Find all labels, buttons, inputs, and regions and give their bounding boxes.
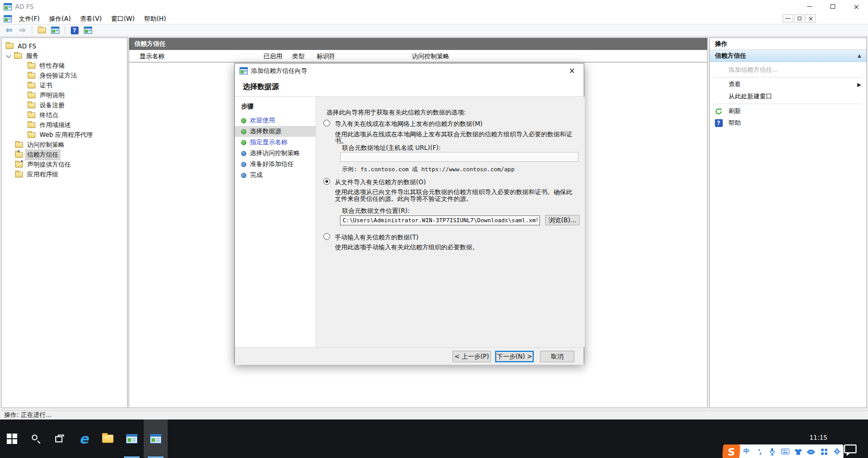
up-level-icon[interactable] [36, 25, 47, 35]
actions-section-header[interactable]: 信赖方信任 ▲ [710, 50, 866, 62]
folder-icon [6, 43, 14, 49]
new-window-icon[interactable] [82, 25, 94, 35]
tree-item-device-registration[interactable]: 设备注册 [2, 100, 127, 110]
radio-enter-manually[interactable] [323, 233, 330, 240]
radio-import-online-label: 导入有关在线或在本地网络上发布的信赖方的数据(M) [335, 120, 483, 129]
tree-item-authentication-methods[interactable]: 身份验证方法 [2, 71, 127, 81]
start-button[interactable] [0, 419, 24, 458]
list-column-headers: 显示名称 已启用 类型 标识符 访问控制策略 [129, 50, 707, 62]
action-new-window-from-here[interactable]: 从此处新建窗口 [710, 91, 866, 103]
maximize-icon[interactable] [821, 0, 845, 13]
action-refresh[interactable]: 刷新 [710, 105, 866, 117]
child-minimize-icon[interactable] [783, 14, 793, 23]
column-display-name[interactable]: 显示名称 [140, 52, 165, 61]
step-choose-access-control-policy: 选择访问控制策略 [235, 148, 316, 159]
federation-metadata-file-label: 联合元数据文件位置(R): [342, 207, 410, 215]
column-identifier[interactable]: 标识符 [317, 52, 335, 61]
child-restore-icon[interactable] [794, 14, 804, 23]
menu-help[interactable]: 帮助(H) [140, 13, 171, 24]
column-access-control-policy[interactable]: 访问控制策略 [412, 52, 449, 61]
console-toolbar: ⇦ ⇨ ? [0, 24, 868, 36]
step-done-bullet-icon [241, 129, 246, 134]
wizard-content: 选择此向导将用于获取有关此信赖方的数据的选项: 导入有关在线或在本地网络上发布的… [316, 97, 585, 347]
tree-item-application-groups[interactable]: 应用程序组 [2, 170, 127, 180]
folder-icon [15, 172, 23, 177]
wizard-titlebar: 添加信赖方信任向导 × [235, 63, 584, 78]
add-relying-party-trust-wizard: 添加信赖方信任向导 × 选择数据源 步骤 欢迎使用 选择数据源 指定显示名称 选… [234, 63, 584, 364]
folder-icon [28, 83, 35, 88]
file-explorer-taskbar-button[interactable] [96, 419, 120, 458]
tree-item-relying-party-trusts[interactable]: 信赖方信任 [2, 150, 127, 160]
step-done-bullet-icon [241, 140, 246, 145]
adfs-console-icon [150, 434, 161, 443]
back-button[interactable]: < 上一步(P) [452, 351, 491, 362]
wizard-title: 添加信赖方信任向导 [251, 67, 307, 75]
menu-action[interactable]: 操作(A) [44, 13, 76, 24]
forward-icon[interactable]: ⇨ [17, 25, 28, 35]
tree-item-service[interactable]: 服务 [2, 51, 127, 61]
menu-window[interactable]: 窗口(W) [106, 13, 139, 24]
action-help[interactable]: ? 帮助 [710, 117, 866, 129]
status-text: 操作: 正在进行... [4, 411, 52, 419]
federation-metadata-address-input[interactable] [340, 152, 578, 162]
edge-taskbar-button[interactable]: e [72, 419, 96, 458]
keyboard-icon[interactable] [779, 444, 792, 458]
skin-shirt-icon[interactable] [792, 444, 805, 458]
sogou-logo-icon[interactable]: S [722, 444, 740, 458]
child-close-icon[interactable]: × [806, 14, 816, 23]
tree-item-adfs[interactable]: AD FS [2, 41, 127, 51]
menu-view[interactable]: 查看(V) [76, 13, 107, 24]
smart-assistant-icon[interactable] [804, 444, 817, 458]
help-toolbar-icon[interactable]: ? [69, 25, 80, 35]
wizard-icon [240, 67, 248, 74]
folder-icon [28, 103, 35, 108]
step-done-bullet-icon [241, 118, 246, 123]
search-button[interactable] [24, 419, 48, 458]
menu-file[interactable]: 文件(F) [14, 13, 44, 24]
tree-item-access-control-policies[interactable]: 访问控制策略 [2, 140, 127, 150]
tree-item-attribute-store[interactable]: 特性存储 [2, 61, 127, 71]
console-tree-pane: AD FS 服务 特性存储 身份验证方法 证书 声明说明 [1, 37, 128, 408]
step-specify-display-name[interactable]: 指定显示名称 [235, 137, 316, 148]
radio-import-online[interactable] [323, 120, 330, 126]
tree-item-endpoints[interactable]: 终结点 [2, 110, 127, 120]
task-view-button[interactable] [48, 419, 72, 458]
column-type[interactable]: 类型 [292, 52, 305, 61]
settings-wrench-icon[interactable] [831, 444, 844, 458]
tree-item-scope-descriptions[interactable]: 作用域描述 [2, 120, 127, 130]
column-enabled[interactable]: 已启用 [263, 52, 282, 61]
taskbar: e 11:15 S 中 ’, [0, 419, 868, 458]
tree-item-web-application-proxy[interactable]: Web 应用程序代理 [2, 130, 127, 140]
microphone-icon[interactable] [766, 444, 779, 458]
wizard-intro: 选择此向导将用于获取有关此信赖方的数据的选项: [326, 108, 466, 117]
file-explorer-icon [102, 435, 114, 443]
chevron-expanded-icon[interactable] [6, 53, 11, 58]
minimize-icon[interactable] [798, 0, 821, 13]
console-child-icon [4, 15, 12, 22]
tree-item-claim-descriptions[interactable]: 声明说明 [2, 91, 127, 100]
show-console-tree-icon[interactable] [49, 25, 61, 35]
actions-pane: 操作 信赖方信任 ▲ 添加信赖方信任... 查看 ▶ 从此处新建窗口 [709, 37, 867, 408]
wizard-close-icon[interactable]: × [560, 63, 584, 78]
tree-item-certificates[interactable]: 证书 [2, 81, 127, 91]
back-icon[interactable]: ⇦ [3, 25, 15, 35]
step-select-data-source[interactable]: 选择数据源 [235, 126, 316, 137]
browse-button[interactable]: 浏览(B)... [545, 215, 580, 225]
collapse-caret-icon[interactable]: ▲ [858, 53, 861, 58]
adfs-console-taskbar-button[interactable] [144, 419, 168, 458]
step-welcome[interactable]: 欢迎使用 [235, 115, 316, 126]
action-view[interactable]: 查看 ▶ [710, 79, 866, 91]
radio-import-file[interactable] [323, 178, 330, 185]
next-button[interactable]: 下一步(N) > [495, 351, 534, 362]
ime-language-indicator[interactable]: 中 [740, 444, 753, 458]
server-manager-taskbar-button[interactable] [120, 419, 144, 458]
clock[interactable]: 11:15 [809, 434, 827, 441]
close-icon[interactable]: × [845, 0, 868, 13]
toolbox-grid-icon[interactable] [817, 444, 831, 458]
radio-enter-manually-desc: 使用此选项手动输入有关此信赖方组织的必要数据。 [335, 244, 575, 251]
federation-metadata-file-input[interactable] [340, 215, 540, 225]
action-center-icon[interactable] [844, 444, 857, 453]
adfs-mmc-window: AD FS × 文件(F) 操作(A) 查看(V) 窗口(W) 帮助(H) × … [0, 0, 868, 458]
cancel-button[interactable]: 取消 [540, 351, 574, 362]
ime-punctuation-icon[interactable]: ’, [753, 444, 766, 458]
